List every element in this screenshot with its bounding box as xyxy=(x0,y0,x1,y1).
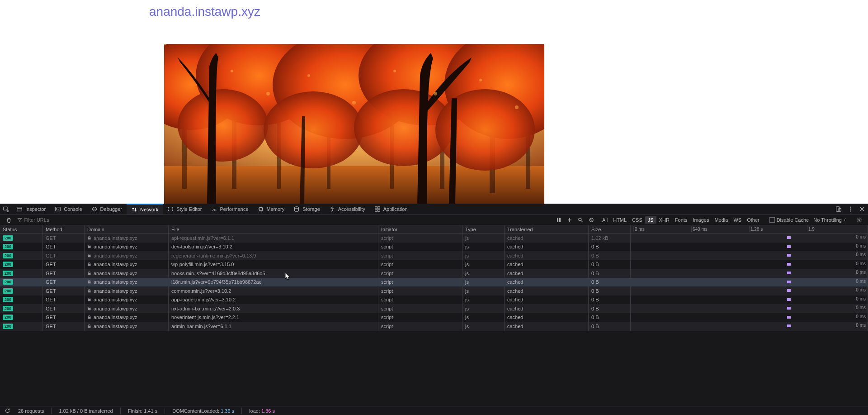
lock-icon xyxy=(87,297,92,302)
filter-type-xhr[interactable]: XHR xyxy=(656,216,672,224)
performance-icon xyxy=(211,206,217,212)
svg-rect-44 xyxy=(559,218,561,222)
col-file[interactable]: File xyxy=(169,225,378,233)
statusbar-domcontentloaded: DOMContentLoaded: 1.36 s xyxy=(172,408,234,414)
lock-icon xyxy=(87,306,92,311)
request-row[interactable]: 200GETananda.instawp.xyzwp-polyfill.min.… xyxy=(0,260,868,269)
cell-method: GET xyxy=(43,313,85,322)
chevron-updown-icon xyxy=(844,218,847,222)
col-status[interactable]: Status xyxy=(0,225,43,233)
cell-transferred: cached xyxy=(505,296,589,305)
filter-urls-field[interactable] xyxy=(17,217,153,223)
search-icon[interactable] xyxy=(575,215,586,226)
filter-type-css[interactable]: CSS xyxy=(629,216,645,224)
filter-type-all[interactable]: All xyxy=(599,216,610,224)
inspector-icon xyxy=(16,206,23,212)
application-icon xyxy=(374,206,381,212)
tab-accessibility[interactable]: Accessibility xyxy=(325,204,370,215)
filter-type-js[interactable]: JS xyxy=(645,216,656,224)
responsive-mode-icon[interactable] xyxy=(833,204,844,215)
col-size[interactable]: Size xyxy=(589,225,631,233)
close-devtools-icon[interactable] xyxy=(856,204,868,215)
tab-storage[interactable]: Storage xyxy=(289,204,325,215)
tab-application[interactable]: Application xyxy=(370,204,412,215)
cell-transferred: cached xyxy=(505,278,589,287)
pick-element-icon[interactable] xyxy=(0,204,12,215)
svg-point-15 xyxy=(178,89,268,162)
request-row[interactable]: 200GETananda.instawp.xyzdev-tools.min.js… xyxy=(0,243,868,252)
tab-label: Accessibility xyxy=(338,206,365,212)
cell-status: 200 xyxy=(0,322,43,331)
reload-icon[interactable] xyxy=(4,407,11,415)
cell-initiator: script xyxy=(378,296,462,305)
cell-waterfall: 0 ms xyxy=(631,260,868,269)
filter-type-html[interactable]: HTML xyxy=(610,216,629,224)
filter-type-other[interactable]: Other xyxy=(744,216,762,224)
request-row[interactable]: 200GETananda.instawp.xyzregenerator-runt… xyxy=(0,251,868,260)
page-heading: ananda.instawp.xyz xyxy=(149,5,260,19)
cell-file: admin-bar.min.js?ver=6.1.1 xyxy=(169,322,378,331)
funnel-icon xyxy=(17,217,22,223)
tab-console[interactable]: Console xyxy=(50,204,86,215)
cell-initiator: script xyxy=(378,269,462,278)
col-transferred[interactable]: Transferred xyxy=(505,225,589,233)
cell-status: 200 xyxy=(0,260,43,269)
cell-initiator: script xyxy=(378,251,462,260)
col-waterfall[interactable]: 0 ms640 ms1.28 s1.9 xyxy=(631,225,868,233)
cell-status: 200 xyxy=(0,234,43,243)
request-row[interactable]: 200GETananda.instawp.xyzcommon.min.js?ve… xyxy=(0,286,868,296)
network-request-list[interactable]: 200GETananda.instawp.xyzapi-request.min.… xyxy=(0,234,868,406)
cell-transferred: cached xyxy=(505,260,589,269)
cell-transferred: cached xyxy=(505,243,589,252)
cell-initiator: script xyxy=(378,286,462,296)
cell-status: 200 xyxy=(0,313,43,322)
filter-urls-input[interactable] xyxy=(24,217,153,223)
lock-icon xyxy=(87,280,92,284)
svg-rect-28 xyxy=(17,207,22,211)
request-row[interactable]: 200GETananda.instawp.xyzadmin-bar.min.js… xyxy=(0,322,868,331)
plus-icon[interactable] xyxy=(564,215,575,226)
block-icon[interactable] xyxy=(586,215,597,226)
cell-size: 1.02 kB xyxy=(589,234,631,243)
tab-network[interactable]: Network xyxy=(127,204,163,215)
col-initiator[interactable]: Initiator xyxy=(378,225,462,233)
filter-type-images[interactable]: Images xyxy=(690,216,712,224)
tab-debugger[interactable]: Debugger xyxy=(87,204,127,215)
filter-type-fonts[interactable]: Fonts xyxy=(672,216,690,224)
svg-rect-1 xyxy=(164,166,544,204)
statusbar-load: load: 1.36 s xyxy=(249,408,275,414)
disable-cache-checkbox[interactable]: Disable Cache xyxy=(769,217,809,223)
tab-memory[interactable]: Memory xyxy=(253,204,289,215)
request-row[interactable]: 200GETananda.instawp.xyznxt-admin-bar.mi… xyxy=(0,304,868,313)
pause-icon[interactable] xyxy=(553,215,564,226)
tab-inspector[interactable]: Inspector xyxy=(12,204,50,215)
cell-method: GET xyxy=(43,322,85,331)
col-method[interactable]: Method xyxy=(43,225,85,233)
filter-type-media[interactable]: Media xyxy=(712,216,731,224)
clear-icon[interactable] xyxy=(3,215,14,226)
cell-method: GET xyxy=(43,296,85,305)
col-type[interactable]: Type xyxy=(462,225,505,233)
gear-icon[interactable] xyxy=(854,215,865,226)
cell-transferred: cached xyxy=(505,322,589,331)
kebab-menu-icon[interactable] xyxy=(844,204,856,215)
cell-transferred: cached xyxy=(505,251,589,260)
tab-style-editor[interactable]: Style Editor xyxy=(163,204,206,215)
cell-transferred: cached xyxy=(505,286,589,296)
tab-label: Inspector xyxy=(25,206,46,212)
request-row[interactable]: 200GETananda.instawp.xyzhoverintent-js.m… xyxy=(0,313,868,322)
tab-performance[interactable]: Performance xyxy=(207,204,253,215)
request-row[interactable]: 200GETananda.instawp.xyzapp-loader.min.j… xyxy=(0,296,868,305)
cell-method: GET xyxy=(43,286,85,296)
network-columns-header[interactable]: Status Method Domain File Initiator Type… xyxy=(0,225,868,234)
cell-type: js xyxy=(462,296,505,305)
filter-type-ws[interactable]: WS xyxy=(731,216,744,224)
throttling-select[interactable]: No Throttling xyxy=(813,217,847,223)
svg-point-25 xyxy=(479,79,482,81)
request-row[interactable]: 200GETananda.instawp.xyzapi-request.min.… xyxy=(0,234,868,243)
cell-size: 0 B xyxy=(589,296,631,305)
col-domain[interactable]: Domain xyxy=(85,225,169,233)
request-row[interactable]: 200GETananda.instawp.xyzi18n.min.js?ver=… xyxy=(0,278,868,287)
throttling-label: No Throttling xyxy=(813,217,842,223)
request-row[interactable]: 200GETananda.instawp.xyzhooks.min.js?ver… xyxy=(0,269,868,278)
